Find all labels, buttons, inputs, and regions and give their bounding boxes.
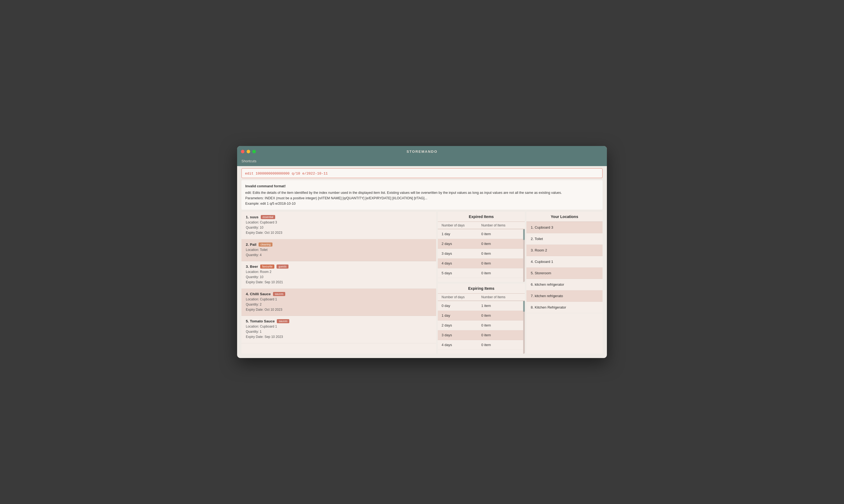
locations-panel: Your Locations 1. Cupboard 32. Toilet3. … [526,212,603,354]
item-tag: sauces [273,292,286,296]
shortcuts-label: Shortcuts [241,159,256,163]
expiring-scroll[interactable]: 0 day1 item1 day0 item2 days0 item3 days… [438,301,525,354]
app-title: STOREMANDO [407,149,437,154]
expiring-items-count: 1 item [481,304,521,308]
item-detail: Expiry Date: Sep 10 2023 [246,335,432,340]
command-text[interactable]: edit 1000000000000000 q/10 e/2022-10-11 [245,172,328,176]
expired-days: 5 days [442,271,481,275]
error-line1: Invalid command format! [245,183,599,189]
expired-items-panel: Expired Items Number of days Number of I… [438,212,525,282]
expiring-days: 2 days [442,323,481,327]
expired-col-headers: Number of days Number of Items [438,222,525,229]
item-list-panel[interactable]: 1. suusessentialLocation: Cupboard 3Quan… [241,212,436,354]
list-item: 3. Room 2 [526,245,603,256]
expired-items-count: 0 item [481,232,521,236]
expiring-scrollbar-thumb[interactable] [523,301,525,312]
expired-scrollbar-thumb[interactable] [523,229,525,240]
expired-days: 1 day [442,232,481,236]
expiring-days: 4 days [442,343,481,347]
expiring-items-panel: Expiring Items Number of days Number of … [438,284,525,354]
table-row: 1. suusessentialLocation: Cupboard 3Quan… [241,212,436,239]
item-detail: Expiry Date: Sep 10 2021 [246,280,432,285]
expiring-days: 1 day [442,313,481,318]
expired-col-items: Number of Items [481,223,521,227]
list-item: 1 day0 item [438,229,525,239]
table-row: 2. PailcleaningLocation: ToiletQuantity:… [241,239,436,261]
item-name: 4. Chilli Sauce [246,292,271,296]
item-detail: Location: Cupboard 3 [246,220,432,225]
expired-items-count: 0 item [481,261,521,265]
maximize-button[interactable] [252,150,256,153]
expiring-items-count: 0 item [481,323,521,327]
item-detail: Location: Cupboard 1 [246,297,432,302]
expired-days: 4 days [442,261,481,265]
list-item: 4 days0 item [438,258,525,268]
item-tag: sauces [277,319,289,323]
list-item: 0 day1 item [438,301,525,311]
item-detail: Location: Cupboard 1 [246,324,432,329]
expired-scroll[interactable]: 1 day0 item2 days0 item3 days0 item4 day… [438,229,525,282]
item-detail: Location: Room 2 [246,269,432,274]
expiring-days: 3 days [442,333,481,337]
list-item: 4. Cupboard 1 [526,256,603,268]
expired-scrollbar-track[interactable] [523,229,525,282]
list-item: 5 days0 item [438,268,525,278]
error-line2: edit: Edits the details of the item iden… [245,190,599,196]
list-item: 5. Storeroom [526,268,603,279]
shortcuts-bar: Shortcuts [237,157,607,166]
list-item: 3 days0 item [438,249,525,258]
item-detail: Quantity: 1 [246,329,432,335]
list-item: 2 days0 item [438,321,525,330]
item-name: 5. Tomato Sauce [246,319,275,323]
main-content: 1. suusessentialLocation: Cupboard 3Quan… [241,212,603,354]
list-item: 1 day0 item [438,311,525,321]
table-row: 5. Tomato SaucesaucesLocation: Cupboard … [241,316,436,343]
locations-header: Your Locations [526,212,603,222]
item-name: 1. suus [246,215,258,219]
expired-col-days: Number of days [442,223,481,227]
center-panels: Expired Items Number of days Number of I… [438,212,525,354]
list-item: 2 days0 item [438,239,525,249]
expiring-scrollbar-track[interactable] [523,301,525,354]
error-output: Invalid command format! edit: Edits the … [241,180,603,210]
expiring-items-count: 0 item [481,313,521,318]
close-button[interactable] [241,150,245,153]
list-item: 3 days0 item [438,330,525,340]
command-input-area[interactable]: edit 1000000000000000 q/10 e/2022-10-11 [241,168,603,178]
expiring-col-headers: Number of days Number of Items [438,293,525,301]
table-row: 3. BeerfavouriteguestsLocation: Room 2Qu… [241,261,436,289]
expired-days: 2 days [442,242,481,246]
item-name: 3. Beer [246,265,258,269]
error-line4: Example: edit 1 q/5 e/2018-10-10 [245,201,599,206]
item-tag: guests [276,265,288,269]
item-tag: favourite [260,265,274,269]
expiring-days: 0 day [442,304,481,308]
expired-items-count: 0 item [481,242,521,246]
item-detail: Quantity: 10 [246,225,432,230]
list-item: 1. Cupboard 3 [526,222,603,233]
expired-items-header: Expired Items [438,212,525,222]
expiring-items-header: Expiring Items [438,284,525,293]
title-bar: STOREMANDO [237,146,607,157]
expired-items-count: 0 item [481,271,521,275]
item-name: 2. Pail [246,242,256,247]
list-item: 2. Toilet [526,233,603,245]
expiring-items-count: 0 item [481,343,521,347]
expiring-col-items: Number of Items [481,295,521,299]
item-detail: Location: Toilet [246,247,432,253]
item-detail: Quantity: 10 [246,274,432,280]
error-line3: Parameters: INDEX (must be a positive in… [245,196,599,201]
table-row: 4. Chilli SaucesaucesLocation: Cupboard … [241,289,436,316]
list-item: 6. kitchen refrigerator [526,279,603,290]
item-tag: cleaning [258,242,272,247]
minimize-button[interactable] [247,150,250,153]
item-detail: Expiry Date: Oct 10 2023 [246,230,432,235]
expired-items-count: 0 item [481,251,521,255]
item-detail: Quantity: 2 [246,302,432,307]
item-tag: essential [261,215,275,219]
list-item: 7. kitchen refrigerato [526,290,603,302]
list-item: 8. Kitchen Refrigerator [526,302,603,313]
expired-days: 3 days [442,251,481,255]
app-window: STOREMANDO Shortcuts edit 10000000000000… [237,146,607,358]
traffic-lights [241,150,256,153]
